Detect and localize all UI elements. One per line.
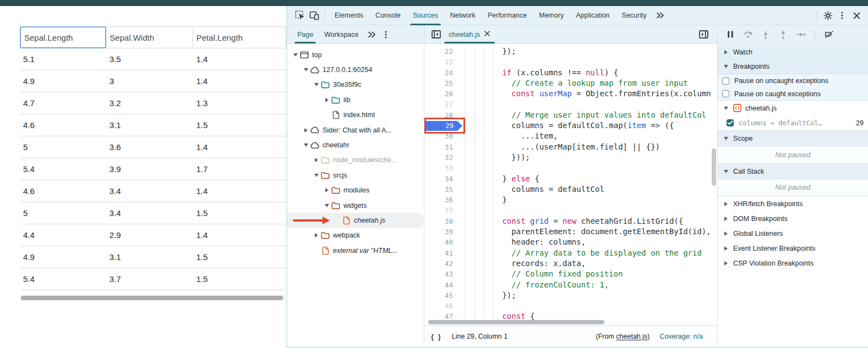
more-nav-tabs-icon[interactable] <box>364 27 379 42</box>
column-header-sepal-length[interactable]: Sepal.Length <box>20 26 106 48</box>
page-horizontal-scrollbar[interactable] <box>20 295 285 300</box>
table-cell[interactable]: 1.4 <box>193 70 286 92</box>
table-cell[interactable]: 5 <box>20 202 106 224</box>
tree-item-srcjs[interactable]: srcjs <box>287 168 424 183</box>
editor-code[interactable]: }); if (x.columns !== null) { // Create … <box>424 46 717 322</box>
table-cell[interactable]: 1.5 <box>193 202 286 224</box>
table-cell[interactable]: 5.1 <box>20 48 106 70</box>
sidebar-section-event-listener-breakpoints[interactable]: Event Listener Breakpoints <box>718 241 868 256</box>
sidebar-section-scope[interactable]: Scope <box>718 130 868 146</box>
chevron-right-icon[interactable] <box>323 98 330 102</box>
table-cell[interactable]: 4.9 <box>20 70 106 92</box>
code-line[interactable]: }); <box>424 46 717 57</box>
sidebar-section-global-listeners[interactable]: Global Listeners <box>718 226 868 241</box>
table-cell[interactable]: 1.5 <box>193 114 286 136</box>
code-line[interactable]: parentElement: document.getElementById(i… <box>424 227 717 237</box>
inspect-icon[interactable] <box>293 8 307 23</box>
chevron-down-icon[interactable] <box>722 107 729 110</box>
code-line[interactable]: ...item, <box>424 131 717 141</box>
chevron-right-icon[interactable] <box>722 231 729 236</box>
tree-item-cheetahr[interactable]: cheetahr <box>287 137 424 152</box>
table-cell[interactable]: 3 <box>106 70 193 92</box>
tree-item-modules[interactable]: modules <box>287 183 424 198</box>
column-header-petal-length[interactable]: Petal.Length <box>193 26 286 48</box>
settings-gear-icon[interactable] <box>821 8 835 23</box>
code-line[interactable] <box>424 301 717 311</box>
chevron-down-icon[interactable] <box>722 65 729 68</box>
tree-item-top[interactable]: top <box>287 47 424 62</box>
code-line[interactable]: if (x.columns !== null) { <box>424 68 717 78</box>
table-cell[interactable]: 3.9 <box>106 158 193 180</box>
tree-item-index-html[interactable]: index.html <box>287 108 424 123</box>
chevron-right-icon[interactable] <box>722 217 729 221</box>
code-line[interactable] <box>424 99 717 109</box>
chevron-down-icon[interactable] <box>313 174 320 177</box>
checkbox[interactable] <box>727 119 734 126</box>
tab-network[interactable]: Network <box>444 6 482 25</box>
breakpoint-entry[interactable]: columns = defaultCol…29 <box>718 115 868 130</box>
source-origin-link[interactable]: cheetah.js <box>616 333 647 340</box>
tree-item-external-var-html[interactable]: external var "HTML... <box>287 243 424 258</box>
table-cell[interactable]: 4.4 <box>20 224 106 246</box>
chevron-right-icon[interactable] <box>313 233 320 237</box>
code-line[interactable]: columns = defaultCol <box>424 184 717 195</box>
table-cell[interactable]: 1.4 <box>193 48 286 70</box>
chevron-down-icon[interactable] <box>313 83 320 86</box>
table-cell[interactable]: 3.7 <box>106 268 193 290</box>
table-cell[interactable]: 3.5 <box>106 48 193 70</box>
chevron-right-icon[interactable] <box>722 50 729 54</box>
chevron-right-icon[interactable] <box>313 158 320 162</box>
table-cell[interactable]: 5.4 <box>20 158 106 180</box>
chevron-down-icon[interactable] <box>722 137 729 140</box>
code-line[interactable] <box>424 57 717 67</box>
step-icon[interactable] <box>794 27 808 42</box>
table-cell[interactable]: 5.4 <box>20 268 106 290</box>
more-options-icon[interactable] <box>835 8 849 23</box>
deactivate-breakpoints-icon[interactable] <box>822 27 836 42</box>
table-cell[interactable]: 1.4 <box>193 224 286 246</box>
step-out-icon[interactable] <box>776 27 790 42</box>
tree-item-node-modules-che[interactable]: node_modules/che... <box>287 153 424 168</box>
more-tabs-icon[interactable] <box>653 8 667 23</box>
nav-tab-workspace[interactable]: Workspace <box>319 25 364 43</box>
checkbox[interactable] <box>722 78 729 85</box>
table-cell[interactable]: 3.1 <box>106 114 193 136</box>
chevron-right-icon[interactable] <box>722 202 729 206</box>
table-cell[interactable]: 3.6 <box>106 136 193 158</box>
code-line[interactable]: records: x.data, <box>424 258 717 269</box>
tab-performance[interactable]: Performance <box>482 6 533 25</box>
code-line[interactable] <box>424 163 717 173</box>
option-pause-on-uncaught-exceptions[interactable]: Pause on uncaught exceptions <box>718 74 868 87</box>
code-line[interactable]: } <box>424 195 717 205</box>
tab-console[interactable]: Console <box>369 6 407 25</box>
chevron-down-icon[interactable] <box>302 68 309 71</box>
editor-horizontal-scrollbar-thumb[interactable] <box>428 320 604 324</box>
code-line[interactable]: }); <box>424 290 717 301</box>
tree-item-127-0-0-1-60254[interactable]: 127.0.0.1:60254 <box>287 62 424 77</box>
code-line[interactable]: columns = defaultCol.map(item => ({ <box>424 120 717 131</box>
code-line[interactable]: const userMap = Object.fromEntries(x.col… <box>424 89 717 99</box>
tab-sources[interactable]: Sources <box>407 6 444 25</box>
table-cell[interactable]: 4.6 <box>20 114 106 136</box>
sidebar-section-csp-violation-breakpoints[interactable]: CSP Violation Breakpoints <box>718 256 868 270</box>
close-devtools-icon[interactable] <box>849 8 864 23</box>
nav-tab-page[interactable]: Page <box>292 25 319 43</box>
option-pause-on-caught-exceptions[interactable]: Pause on caught exceptions <box>718 87 868 101</box>
coverage-link[interactable]: Coverage: n/a <box>659 333 703 340</box>
sidebar-section-dom-breakpoints[interactable]: DOM Breakpoints <box>718 211 868 226</box>
code-line[interactable]: // Column fixed position <box>424 269 717 279</box>
sidebar-section-call-stack[interactable]: Call Stack <box>718 163 868 179</box>
data-grid[interactable]: Sepal.LengthSepal.WidthPetal.Length5.13.… <box>20 26 286 290</box>
sidebar-section-xhr-fetch-breakpoints[interactable]: XHR/fetch Breakpoints <box>718 196 868 211</box>
code-line[interactable]: // frozenColCount: 1, <box>424 280 717 290</box>
checkbox[interactable] <box>722 90 729 97</box>
pretty-print-icon[interactable]: { } <box>431 333 442 341</box>
chevron-right-icon[interactable] <box>323 188 330 192</box>
chevron-down-icon[interactable] <box>323 204 330 207</box>
table-cell[interactable]: 3.1 <box>106 246 193 268</box>
chevron-right-icon[interactable] <box>722 246 729 251</box>
table-cell[interactable]: 1.3 <box>193 92 286 114</box>
code-line[interactable]: })); <box>424 152 717 163</box>
table-cell[interactable]: 1.4 <box>193 136 286 158</box>
code-line[interactable]: header: columns, <box>424 237 717 247</box>
